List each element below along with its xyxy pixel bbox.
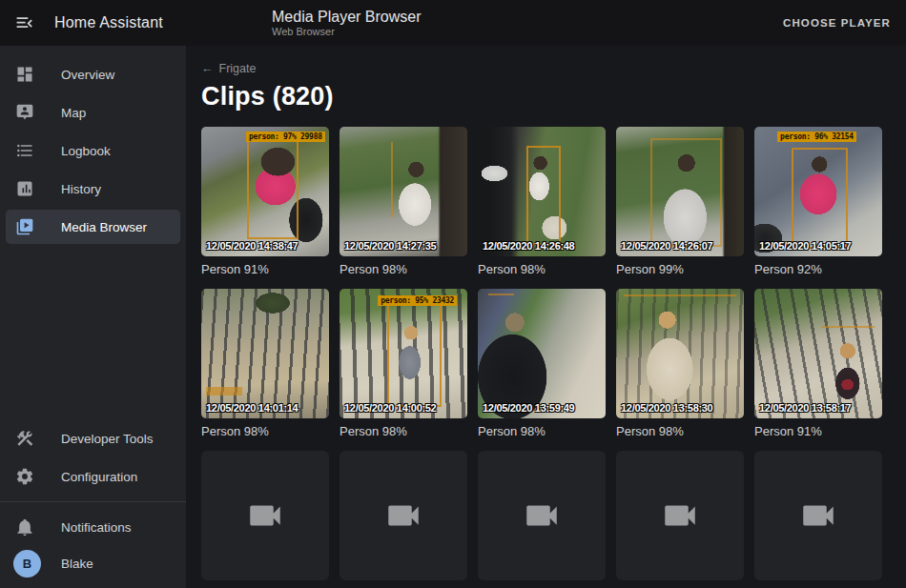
clip-card[interactable]: person: 97% 29988 12/05/2020 14:38:47 Pe… xyxy=(201,127,329,276)
videocam-icon xyxy=(245,496,285,536)
clip-thumbnail: 12/05/2020 14:26:48 xyxy=(478,127,606,256)
videocam-icon xyxy=(798,496,838,536)
videocam-icon xyxy=(383,496,423,536)
media-player-title-block: Media Player Browser Web Browser xyxy=(272,9,422,38)
sidebar-item-map[interactable]: Map xyxy=(6,95,180,130)
clip-thumbnail: person: 97% 29988 12/05/2020 14:38:47 xyxy=(201,127,329,256)
detection-label: person: 96% 32154 xyxy=(777,132,856,142)
clip-card[interactable]: 12/05/2020 14:26:07 Person 99% xyxy=(616,127,744,276)
sidebar-item-notifications[interactable]: Notifications xyxy=(6,510,180,544)
sidebar-spacer xyxy=(0,246,186,419)
clip-card[interactable]: 12/05/2020 13:58:30 Person 98% xyxy=(616,289,744,438)
folder-tile xyxy=(201,451,329,580)
folder-tile xyxy=(616,451,744,580)
map-account-icon xyxy=(15,103,34,122)
detection-box xyxy=(391,142,393,217)
clip-card[interactable]: 12/05/2020 14:26:48 Person 98% xyxy=(478,127,606,276)
clip-card[interactable]: person: 95% 23432 12/05/2020 14:00:52 Pe… xyxy=(340,289,467,438)
clip-timestamp: 12/05/2020 14:27:35 xyxy=(344,240,436,252)
folder-card-this-month[interactable]: This Month (502) xyxy=(478,451,606,588)
play-box-multiple-icon xyxy=(15,217,34,236)
detection-box xyxy=(624,294,736,296)
clip-label: Person 92% xyxy=(754,263,882,276)
sidebar-item-label: Notifications xyxy=(61,520,132,535)
clip-thumbnail: 12/05/2020 14:27:35 xyxy=(340,127,467,256)
clip-timestamp: 12/05/2020 13:58:30 xyxy=(621,402,712,414)
menu-open-icon[interactable] xyxy=(13,11,36,34)
breadcrumb-back[interactable]: ← Frigate xyxy=(201,62,256,75)
detection-box xyxy=(792,148,848,249)
detection-box xyxy=(650,138,722,247)
main-header: Media Player Browser Web Browser CHOOSE … xyxy=(186,9,906,38)
sidebar-item-profile[interactable]: B Blake xyxy=(6,546,180,580)
chart-box-icon xyxy=(15,179,34,198)
folder-card-last-month[interactable]: Last Month (318) xyxy=(616,451,744,588)
back-arrow-icon: ← xyxy=(201,62,214,75)
clip-thumbnail: 12/05/2020 13:58:17 xyxy=(754,289,882,418)
sidebar-item-label: Logbook xyxy=(61,144,111,158)
media-player-subtitle: Web Browser xyxy=(272,26,422,38)
clip-thumbnail: 12/05/2020 13:59:49 xyxy=(478,289,606,418)
clip-label: Person 98% xyxy=(616,425,744,438)
clip-timestamp: 12/05/2020 14:38:47 xyxy=(206,240,298,252)
clip-timestamp: 12/05/2020 13:58:17 xyxy=(759,402,851,414)
clip-thumbnail: 12/05/2020 13:58:30 xyxy=(616,289,744,418)
page-title: Clips (820) xyxy=(201,82,891,112)
app-header: Home Assistant Media Player Browser Web … xyxy=(0,0,906,46)
clip-timestamp: 12/05/2020 14:26:07 xyxy=(621,240,712,252)
sidebar-item-label: Developer Tools xyxy=(61,432,154,446)
sidebar-item-configuration[interactable]: Configuration xyxy=(6,459,180,494)
clip-card[interactable]: 12/05/2020 13:58:17 Person 91% xyxy=(754,289,882,438)
folder-card-yesterday[interactable]: Yesterday (209) xyxy=(340,451,467,588)
sidebar-bottom: Notifications B Blake xyxy=(0,508,186,588)
bell-icon xyxy=(15,517,34,537)
clip-timestamp: 12/05/2020 14:00:52 xyxy=(344,402,436,414)
clip-card[interactable]: 12/05/2020 14:27:35 Person 98% xyxy=(340,127,467,276)
videocam-icon xyxy=(660,496,700,536)
clip-thumbnail: person: 95% 23432 12/05/2020 14:00:52 xyxy=(340,289,467,418)
clip-label: Person 98% xyxy=(478,425,606,438)
folder-card-today[interactable]: Today (164) xyxy=(201,451,329,588)
sidebar-item-developer-tools[interactable]: Developer Tools xyxy=(6,421,180,456)
view-dashboard-icon xyxy=(15,65,34,84)
clip-thumbnail: person: 96% 32154 12/05/2020 14:05:17 xyxy=(754,127,882,256)
clips-grid: person: 97% 29988 12/05/2020 14:38:47 Pe… xyxy=(201,127,891,588)
videocam-icon xyxy=(522,496,562,536)
choose-player-button[interactable]: CHOOSE PLAYER xyxy=(783,17,891,29)
sidebar-item-media-browser[interactable]: Media Browser xyxy=(6,210,180,244)
breadcrumb-label: Frigate xyxy=(219,62,257,75)
clip-label: Person 98% xyxy=(201,425,329,438)
detection-label: person: 95% 23432 xyxy=(378,295,457,306)
clip-label: Person 98% xyxy=(340,425,467,438)
clip-label: Person 98% xyxy=(478,263,606,276)
hammer-icon xyxy=(15,429,34,448)
clip-card[interactable]: 12/05/2020 14:01:14 Person 98% xyxy=(201,289,329,438)
detection-box xyxy=(247,138,299,239)
folder-tile xyxy=(340,451,467,580)
sidebar: Overview Map Logbook History Media Brows… xyxy=(0,46,186,588)
clip-thumbnail: 12/05/2020 14:26:07 xyxy=(616,127,744,256)
detection-box xyxy=(387,303,443,407)
sidebar-header: Home Assistant xyxy=(0,11,186,34)
folder-tile xyxy=(754,451,882,580)
clip-card[interactable]: 12/05/2020 13:59:49 Person 98% xyxy=(478,289,606,438)
avatar: B xyxy=(13,550,41,578)
sidebar-item-history[interactable]: History xyxy=(6,172,180,206)
sidebar-item-label: Overview xyxy=(61,68,114,82)
media-player-title: Media Player Browser xyxy=(272,9,422,26)
clip-timestamp: 12/05/2020 14:05:17 xyxy=(759,240,851,252)
gear-icon xyxy=(15,467,34,486)
sidebar-item-label: Map xyxy=(61,106,86,120)
sidebar-item-label: Blake xyxy=(61,557,93,571)
folder-tile xyxy=(478,451,606,580)
detection-box xyxy=(488,294,514,295)
folder-card-back[interactable]: Back (427) xyxy=(754,451,882,588)
clip-timestamp: 12/05/2020 14:26:48 xyxy=(483,240,574,252)
clip-label: Person 91% xyxy=(754,425,882,438)
detection-box xyxy=(821,326,875,328)
clip-label: Person 98% xyxy=(340,263,467,276)
sidebar-item-label: Media Browser xyxy=(61,220,147,234)
clip-card[interactable]: person: 96% 32154 12/05/2020 14:05:17 Pe… xyxy=(754,127,882,276)
sidebar-item-logbook[interactable]: Logbook xyxy=(6,133,180,168)
sidebar-item-overview[interactable]: Overview xyxy=(6,57,180,91)
